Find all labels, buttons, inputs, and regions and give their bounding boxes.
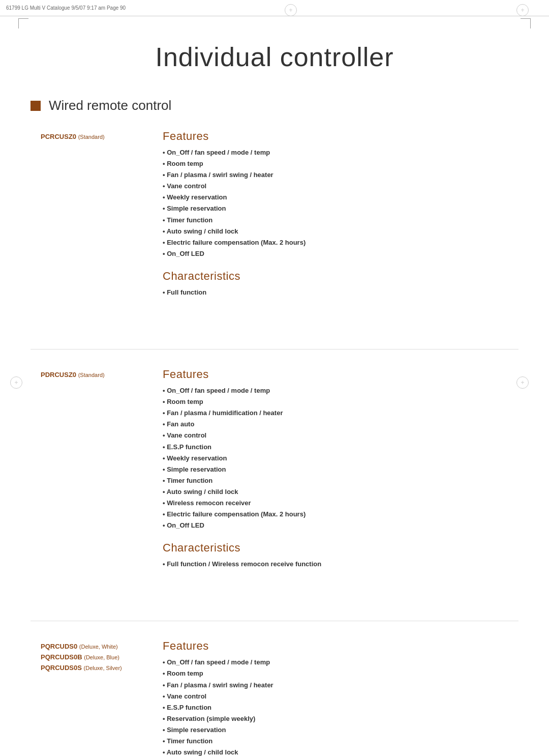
page-title: Individual controller [30,42,518,72]
feature-item-1-11: Electric failure compensation (Max. 2 ho… [163,509,518,520]
char-section-0: CharacteristicsFull function [163,270,518,298]
features-list-2: On_Off / fan speed / mode / tempRoom tem… [163,657,518,756]
feature-item-0-5: Simple reservation [163,203,518,214]
feature-item-1-2: Fan / plasma / humidification / heater [163,408,518,419]
feature-item-1-8: Timer function [163,475,518,486]
reg-mark-mid-left [10,376,22,389]
feature-item-0-7: Auto swing / child lock [163,226,518,237]
details-col-1: FeaturesOn_Off / fan speed / mode / temp… [163,368,518,580]
characteristic-item-0-0: Full function [163,287,518,298]
characteristics-label-0: Characteristics [163,270,518,283]
feature-item-2-7: Timer function [163,736,518,747]
block-divider-0 [30,349,518,350]
model-name-0-0: PCRCUSZ0 (Standard) [41,132,163,142]
header-bar: 61799 LG Multi V Catalogue 9/5/07 9:17 a… [0,0,549,16]
characteristics-list-1: Full function / Wireless remocon receive… [163,559,518,570]
model-col-2: PQRCUDS0 (Deluxe, White)PQRCUDS0B (Delux… [30,639,163,756]
section-header: Wired remote control [30,98,518,113]
model-code-2-2: PQRCUDS0S [41,664,84,672]
feature-item-2-3: Vane control [163,691,518,702]
section-icon-square [30,101,41,111]
crop-mark-tr [521,18,531,28]
feature-item-1-12: On_Off LED [163,520,518,531]
model-code-2-1: PQRCUDS0B [41,653,84,661]
model-variant-2-1: (Deluxe, Blue) [84,654,119,660]
crop-mark-tl [18,18,28,28]
model-col-0: PCRCUSZ0 (Standard) [30,130,163,308]
model-variant-2-2: (Deluxe, Silver) [84,665,122,671]
feature-item-1-9: Auto swing / child lock [163,486,518,498]
feature-item-1-6: Weekly reservation [163,453,518,464]
features-label-0: Features [163,130,518,143]
feature-item-0-3: Vane control [163,181,518,192]
section-title: Wired remote control [49,98,171,113]
model-name-1-0: PDRCUSZ0 (Standard) [41,370,163,381]
model-name-2-2: PQRCUDS0S (Deluxe, Silver) [41,663,163,674]
feature-item-2-1: Room temp [163,668,518,679]
products-container: PCRCUSZ0 (Standard)FeaturesOn_Off / fan … [30,130,518,756]
features-list-0: On_Off / fan speed / mode / tempRoom tem… [163,147,518,259]
characteristics-list-0: Full function [163,287,518,298]
feature-item-1-4: Vane control [163,430,518,441]
features-list-1: On_Off / fan speed / mode / tempRoom tem… [163,385,518,531]
feature-item-2-5: Reservation (simple weekly) [163,713,518,724]
model-name-2-1: PQRCUDS0B (Deluxe, Blue) [41,652,163,663]
feature-item-0-8: Electric failure compensation (Max. 2 ho… [163,237,518,248]
block-divider-1 [30,621,518,621]
model-name-2-0: PQRCUDS0 (Deluxe, White) [41,642,163,652]
feature-item-1-10: Wireless remocon receiver [163,498,518,509]
feature-item-0-0: On_Off / fan speed / mode / temp [163,147,518,158]
feature-item-0-1: Room temp [163,158,518,169]
characteristics-label-1: Characteristics [163,541,518,555]
feature-item-1-7: Simple reservation [163,464,518,475]
feature-item-0-4: Weekly reservation [163,192,518,203]
characteristic-item-1-0: Full function / Wireless remocon receive… [163,559,518,570]
product-block-2: PQRCUDS0 (Deluxe, White)PQRCUDS0B (Delux… [30,639,518,756]
feature-item-1-0: On_Off / fan speed / mode / temp [163,385,518,396]
header-text: 61799 LG Multi V Catalogue 9/5/07 9:17 a… [6,5,126,11]
product-block-1: PDRCUSZ0 (Standard)FeaturesOn_Off / fan … [30,368,518,600]
model-col-1: PDRCUSZ0 (Standard) [30,368,163,580]
details-col-2: FeaturesOn_Off / fan speed / mode / temp… [163,639,518,756]
model-variant-1-0: (Standard) [78,372,105,378]
feature-item-0-2: Fan / plasma / swirl swing / heater [163,169,518,181]
model-variant-0-0: (Standard) [78,134,105,140]
model-code-2-0: PQRCUDS0 [41,643,79,650]
features-label-1: Features [163,368,518,381]
feature-item-2-4: E.S.P function [163,702,518,713]
feature-item-0-9: On_Off LED [163,248,518,259]
features-label-2: Features [163,639,518,653]
feature-item-0-6: Timer function [163,215,518,226]
model-variant-2-0: (Deluxe, White) [79,644,118,650]
feature-item-1-1: Room temp [163,396,518,408]
feature-item-1-5: E.S.P function [163,442,518,453]
main-content: Individual controller Wired remote contr… [0,16,549,756]
details-col-0: FeaturesOn_Off / fan speed / mode / temp… [163,130,518,308]
feature-item-2-6: Simple reservation [163,724,518,736]
product-block-0: PCRCUSZ0 (Standard)FeaturesOn_Off / fan … [30,130,518,329]
feature-item-2-0: On_Off / fan speed / mode / temp [163,657,518,668]
feature-item-1-3: Fan auto [163,419,518,430]
model-code-0-0: PCRCUSZ0 [41,133,78,140]
char-section-1: CharacteristicsFull function / Wireless … [163,541,518,570]
reg-mark-mid-right [516,376,529,389]
feature-item-2-2: Fan / plasma / swirl swing / heater [163,680,518,691]
feature-item-2-8: Auto swing / child lock [163,747,518,756]
model-code-1-0: PDRCUSZ0 [41,371,78,379]
